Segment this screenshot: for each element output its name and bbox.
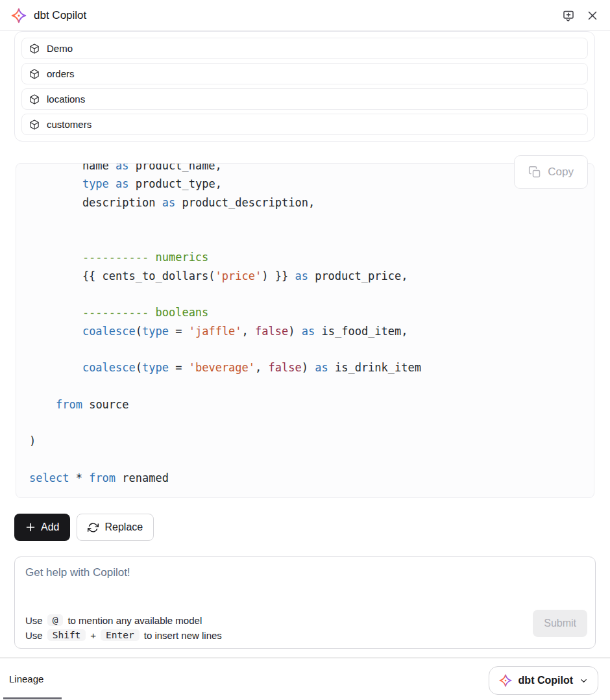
copy-button-label: Copy <box>548 166 574 179</box>
dbt-copilot-logo-icon <box>10 7 27 24</box>
panel-title: dbt Copilot <box>34 9 86 22</box>
code-content: name as product_name, type as product_ty… <box>16 163 594 498</box>
hint-newline: Use Shift + Enter to insert new lines <box>25 629 222 641</box>
refresh-icon <box>88 522 99 533</box>
code-actions: Add Replace <box>14 514 596 541</box>
footer-bar: Lineage dbt Copilot <box>0 658 610 699</box>
copilot-prompt-input[interactable] <box>25 566 389 596</box>
model-chip-orders[interactable]: orders <box>21 63 588 84</box>
hint-text: + <box>90 630 96 641</box>
cube-icon <box>29 68 40 80</box>
panel-header: dbt Copilot <box>0 0 610 31</box>
copilot-selector-button[interactable]: dbt Copilot <box>489 666 598 695</box>
tab-lineage[interactable]: Lineage <box>9 673 43 684</box>
model-chip-customers[interactable]: customers <box>21 114 588 135</box>
copy-button[interactable]: Copy <box>514 155 588 189</box>
kbd-at: @ <box>47 614 64 626</box>
dbt-copilot-logo-icon <box>498 673 513 688</box>
hint-text: Use <box>25 615 43 626</box>
close-icon[interactable] <box>585 8 600 23</box>
add-button[interactable]: Add <box>14 514 70 541</box>
model-chip-demo[interactable]: Demo <box>21 38 588 59</box>
hint-text: to mention any available model <box>67 615 202 626</box>
chevron-down-icon <box>579 676 589 686</box>
hint-mention: Use @ to mention any available model <box>25 614 222 626</box>
replace-button-label: Replace <box>104 521 143 533</box>
copilot-selector-label: dbt Copilot <box>518 675 573 686</box>
model-chip-label: customers <box>47 119 92 130</box>
hint-text: to insert new lines <box>144 630 222 641</box>
popout-icon[interactable] <box>561 8 576 23</box>
cube-icon <box>29 43 40 55</box>
add-button-label: Add <box>41 521 59 533</box>
sql-code-block: name as product_name, type as product_ty… <box>16 163 594 498</box>
model-chip-locations[interactable]: locations <box>21 88 588 110</box>
copilot-composer: Use @ to mention any available model Use… <box>14 556 596 649</box>
code-scroll-area[interactable]: name as product_name, type as product_ty… <box>16 163 594 498</box>
cube-icon <box>29 119 40 131</box>
kbd-enter: Enter <box>101 629 140 641</box>
submit-button[interactable]: Submit <box>533 610 587 637</box>
copy-icon <box>528 166 541 179</box>
kbd-shift: Shift <box>47 629 86 641</box>
replace-button[interactable]: Replace <box>77 514 154 541</box>
plus-icon <box>25 522 36 532</box>
model-chip-label: orders <box>47 68 75 79</box>
model-chip-label: Demo <box>47 43 73 54</box>
tab-lineage-indicator <box>3 697 62 699</box>
cube-icon <box>29 94 40 105</box>
model-chip-label: locations <box>47 94 85 105</box>
composer-hints: Use @ to mention any available model Use… <box>25 611 222 641</box>
hint-text: Use <box>25 630 43 641</box>
model-chip-list: Demo orders locations customers <box>14 31 595 142</box>
